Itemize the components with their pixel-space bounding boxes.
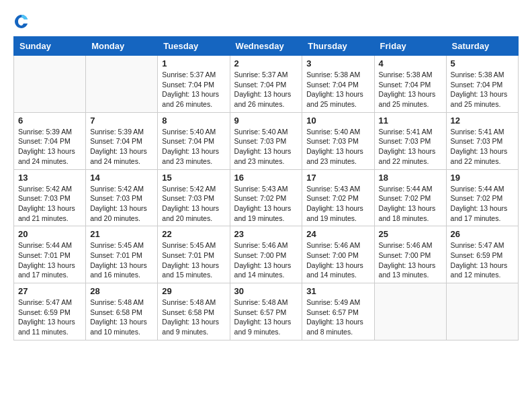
day-number: 8 bbox=[162, 116, 225, 126]
day-number: 20 bbox=[18, 229, 81, 239]
day-detail-line: Sunset: 7:03 PM bbox=[18, 194, 71, 202]
day-detail-line: Sunset: 7:03 PM bbox=[451, 137, 503, 145]
day-number: 22 bbox=[162, 229, 225, 239]
day-number: 27 bbox=[18, 286, 81, 296]
day-detail-line: Daylight: 13 hours and 13 minutes. bbox=[379, 261, 436, 279]
day-detail-line: Sunrise: 5:45 AM bbox=[162, 241, 216, 249]
calendar-cell: 9Sunrise: 5:40 AMSunset: 7:03 PMDaylight… bbox=[230, 112, 302, 169]
day-detail-line: Daylight: 13 hours and 20 minutes. bbox=[90, 204, 147, 222]
calendar-cell: 23Sunrise: 5:46 AMSunset: 7:00 PMDayligh… bbox=[230, 226, 302, 283]
day-detail: Sunrise: 5:38 AMSunset: 7:04 PMDaylight:… bbox=[306, 70, 369, 109]
day-detail-line: Sunrise: 5:42 AM bbox=[90, 185, 144, 193]
calendar-cell bbox=[14, 56, 86, 113]
day-detail-line: Daylight: 13 hours and 14 minutes. bbox=[306, 261, 363, 279]
weekday-header-row: SundayMondayTuesdayWednesdayThursdayFrid… bbox=[14, 37, 519, 56]
day-detail-line: Sunrise: 5:42 AM bbox=[162, 185, 216, 193]
day-detail-line: Sunrise: 5:44 AM bbox=[18, 241, 72, 249]
day-number: 5 bbox=[451, 58, 514, 68]
day-detail: Sunrise: 5:43 AMSunset: 7:02 PMDaylight:… bbox=[234, 184, 298, 224]
calendar-cell: 16Sunrise: 5:43 AMSunset: 7:02 PMDayligh… bbox=[230, 169, 302, 226]
day-number: 7 bbox=[90, 116, 153, 126]
calendar-cell: 28Sunrise: 5:48 AMSunset: 6:58 PMDayligh… bbox=[86, 283, 158, 340]
calendar-cell: 30Sunrise: 5:48 AMSunset: 6:57 PMDayligh… bbox=[230, 283, 302, 340]
day-detail-line: Sunset: 7:04 PM bbox=[162, 137, 214, 145]
calendar-cell: 20Sunrise: 5:44 AMSunset: 7:01 PMDayligh… bbox=[14, 226, 86, 283]
day-number: 25 bbox=[379, 229, 442, 239]
day-number: 29 bbox=[162, 286, 225, 296]
calendar-cell: 26Sunrise: 5:47 AMSunset: 6:59 PMDayligh… bbox=[446, 226, 518, 283]
calendar-cell: 12Sunrise: 5:41 AMSunset: 7:03 PMDayligh… bbox=[446, 112, 518, 169]
day-number: 15 bbox=[162, 173, 225, 183]
weekday-header-sunday: Sunday bbox=[14, 37, 86, 56]
day-detail-line: Sunrise: 5:43 AM bbox=[234, 185, 288, 193]
day-detail: Sunrise: 5:42 AMSunset: 7:03 PMDaylight:… bbox=[90, 184, 153, 224]
day-detail: Sunrise: 5:48 AMSunset: 6:58 PMDaylight:… bbox=[162, 298, 225, 337]
day-detail: Sunrise: 5:45 AMSunset: 7:01 PMDaylight:… bbox=[162, 240, 225, 280]
calendar-cell: 19Sunrise: 5:44 AMSunset: 7:02 PMDayligh… bbox=[446, 169, 518, 226]
day-detail: Sunrise: 5:38 AMSunset: 7:04 PMDaylight:… bbox=[451, 70, 514, 109]
calendar-cell: 25Sunrise: 5:46 AMSunset: 7:00 PMDayligh… bbox=[374, 226, 446, 283]
day-detail-line: Sunset: 7:04 PM bbox=[234, 81, 287, 89]
day-detail-line: Sunrise: 5:45 AM bbox=[90, 241, 144, 249]
day-number: 30 bbox=[234, 286, 298, 296]
calendar-cell: 5Sunrise: 5:38 AMSunset: 7:04 PMDaylight… bbox=[446, 56, 518, 113]
day-detail-line: Sunrise: 5:44 AM bbox=[451, 185, 504, 193]
calendar-cell: 31Sunrise: 5:49 AMSunset: 6:57 PMDayligh… bbox=[302, 283, 374, 340]
day-detail: Sunrise: 5:47 AMSunset: 6:59 PMDaylight:… bbox=[451, 240, 514, 280]
day-detail: Sunrise: 5:42 AMSunset: 7:03 PMDaylight:… bbox=[162, 184, 225, 224]
calendar-cell: 8Sunrise: 5:40 AMSunset: 7:04 PMDaylight… bbox=[158, 112, 230, 169]
day-detail-line: Sunrise: 5:40 AM bbox=[234, 128, 288, 136]
day-detail: Sunrise: 5:46 AMSunset: 7:00 PMDaylight:… bbox=[306, 240, 369, 280]
calendar-cell: 6Sunrise: 5:39 AMSunset: 7:04 PMDaylight… bbox=[14, 112, 86, 169]
day-detail: Sunrise: 5:47 AMSunset: 6:59 PMDaylight:… bbox=[18, 298, 81, 337]
day-number: 4 bbox=[379, 58, 442, 68]
day-detail: Sunrise: 5:41 AMSunset: 7:03 PMDaylight:… bbox=[451, 127, 514, 167]
day-detail-line: Sunrise: 5:37 AM bbox=[234, 71, 288, 79]
day-detail-line: Daylight: 13 hours and 11 minutes. bbox=[18, 318, 75, 336]
calendar-table: SundayMondayTuesdayWednesdayThursdayFrid… bbox=[13, 36, 519, 340]
day-detail-line: Sunrise: 5:40 AM bbox=[162, 128, 216, 136]
day-number: 24 bbox=[306, 229, 369, 239]
day-detail-line: Sunrise: 5:46 AM bbox=[306, 241, 360, 249]
day-detail: Sunrise: 5:44 AMSunset: 7:01 PMDaylight:… bbox=[18, 240, 81, 280]
calendar-cell: 17Sunrise: 5:43 AMSunset: 7:02 PMDayligh… bbox=[302, 169, 374, 226]
day-detail: Sunrise: 5:45 AMSunset: 7:01 PMDaylight:… bbox=[90, 240, 153, 280]
day-detail-line: Daylight: 13 hours and 23 minutes. bbox=[162, 147, 219, 165]
day-detail-line: Sunrise: 5:48 AM bbox=[162, 298, 216, 306]
day-detail-line: Daylight: 13 hours and 17 minutes. bbox=[451, 204, 508, 222]
day-detail: Sunrise: 5:37 AMSunset: 7:04 PMDaylight:… bbox=[162, 70, 225, 109]
calendar-week-row: 1Sunrise: 5:37 AMSunset: 7:04 PMDaylight… bbox=[14, 56, 519, 113]
day-detail-line: Sunset: 6:59 PM bbox=[451, 251, 503, 259]
day-number: 16 bbox=[234, 173, 298, 183]
day-detail-line: Daylight: 13 hours and 15 minutes. bbox=[162, 261, 219, 279]
day-number: 19 bbox=[451, 173, 514, 183]
day-detail-line: Daylight: 13 hours and 26 minutes. bbox=[234, 90, 292, 108]
weekday-header-monday: Monday bbox=[86, 37, 158, 56]
day-detail-line: Sunrise: 5:40 AM bbox=[306, 128, 360, 136]
calendar-cell: 21Sunrise: 5:45 AMSunset: 7:01 PMDayligh… bbox=[86, 226, 158, 283]
day-detail-line: Daylight: 13 hours and 21 minutes. bbox=[18, 204, 75, 222]
day-detail-line: Daylight: 13 hours and 9 minutes. bbox=[162, 318, 219, 336]
day-detail-line: Sunrise: 5:41 AM bbox=[451, 128, 504, 136]
day-detail: Sunrise: 5:39 AMSunset: 7:04 PMDaylight:… bbox=[18, 127, 81, 167]
day-detail-line: Sunset: 7:01 PM bbox=[90, 251, 142, 259]
day-detail-line: Daylight: 13 hours and 17 minutes. bbox=[18, 261, 75, 279]
logo bbox=[13, 13, 32, 30]
day-detail-line: Sunrise: 5:38 AM bbox=[451, 71, 504, 79]
day-detail-line: Sunset: 7:03 PM bbox=[234, 137, 287, 145]
day-detail: Sunrise: 5:37 AMSunset: 7:04 PMDaylight:… bbox=[234, 70, 298, 109]
day-detail-line: Daylight: 13 hours and 25 minutes. bbox=[451, 90, 508, 108]
day-detail-line: Sunset: 7:00 PM bbox=[234, 251, 287, 259]
day-detail-line: Sunset: 7:04 PM bbox=[451, 81, 503, 89]
day-detail-line: Sunset: 7:04 PM bbox=[306, 81, 359, 89]
weekday-header-friday: Friday bbox=[374, 37, 446, 56]
day-number: 11 bbox=[379, 116, 442, 126]
calendar-cell: 10Sunrise: 5:40 AMSunset: 7:03 PMDayligh… bbox=[302, 112, 374, 169]
day-detail: Sunrise: 5:48 AMSunset: 6:58 PMDaylight:… bbox=[90, 298, 153, 337]
calendar-week-row: 13Sunrise: 5:42 AMSunset: 7:03 PMDayligh… bbox=[14, 169, 519, 226]
day-detail-line: Sunset: 7:04 PM bbox=[90, 137, 142, 145]
day-detail: Sunrise: 5:40 AMSunset: 7:04 PMDaylight:… bbox=[162, 127, 225, 167]
day-number: 14 bbox=[90, 173, 153, 183]
day-number: 13 bbox=[18, 173, 81, 183]
day-detail-line: Sunset: 7:02 PM bbox=[451, 194, 503, 202]
